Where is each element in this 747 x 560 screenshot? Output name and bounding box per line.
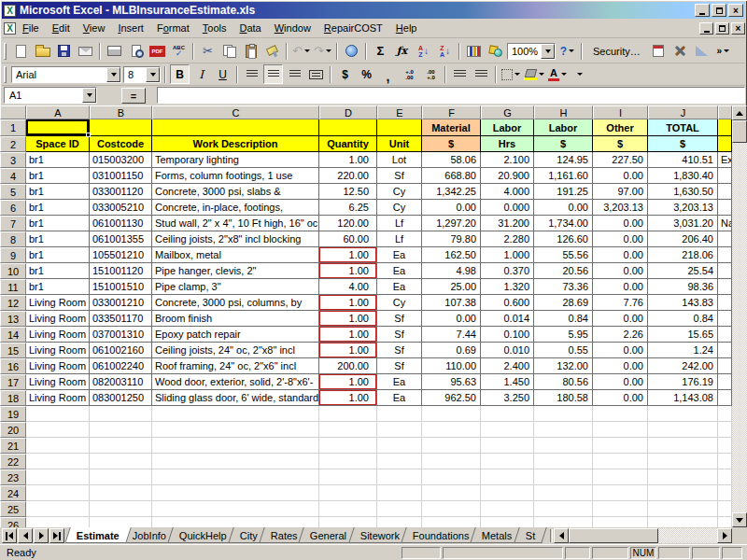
cell-D4[interactable]: 220.00 [319,168,377,184]
row-header-9[interactable]: 9 [0,247,26,263]
cell-C17[interactable]: Wood door, exterior, solid, 2'-8"x6'- [152,374,319,390]
cell-E23[interactable] [377,469,422,485]
cell-D19[interactable] [319,406,377,422]
toolbar-grip[interactable] [4,43,7,60]
cell-I24[interactable] [593,485,648,501]
cell-I23[interactable] [593,469,648,485]
cell-H4[interactable]: 1,161.60 [534,168,593,184]
font-size-select[interactable]: 8 [123,66,161,83]
tab-split-handle[interactable] [550,529,553,542]
cell-F14[interactable]: 7.44 [422,327,481,343]
cell-A20[interactable] [26,422,90,438]
cell-K24[interactable] [718,485,732,501]
redo-button[interactable]: ↷ [313,41,332,61]
cell-E24[interactable] [377,485,422,501]
tab-st[interactable]: St [514,527,547,543]
cell-H18[interactable]: 180.58 [534,390,593,406]
font-name-select[interactable]: Arial [11,66,121,83]
cell-K11[interactable] [718,279,732,295]
cell-G18[interactable]: 3.250 [481,390,534,406]
cell-H26[interactable] [534,517,593,527]
cell-K2[interactable] [718,136,732,152]
cell-G3[interactable]: 2.100 [481,152,534,168]
cell-I9[interactable]: 0.00 [593,247,648,263]
cell-H3[interactable]: 124.95 [534,152,593,168]
cell-H13[interactable]: 0.84 [534,311,593,327]
cell-E8[interactable]: Lf [377,231,422,247]
cell-F2[interactable]: $ [422,136,481,152]
cell-G15[interactable]: 0.010 [481,343,534,358]
row-header-6[interactable]: 6 [0,200,26,216]
drawing-button[interactable] [486,41,505,61]
cell-F26[interactable] [422,517,481,527]
cell-J16[interactable]: 242.00 [648,358,718,374]
cell-C2[interactable]: Work Description [152,136,319,152]
close-button[interactable]: × [728,4,743,17]
vertical-scroll-thumb[interactable] [732,120,747,143]
cell-D6[interactable]: 6.25 [319,200,377,216]
doc-minimize-button[interactable] [699,22,713,35]
undo-button[interactable]: ↶ [291,41,311,61]
cell-I10[interactable]: 0.00 [593,263,648,279]
row-header-10[interactable]: 10 [0,263,26,279]
cell-G16[interactable]: 2.400 [481,358,534,374]
cell-J2[interactable]: $ [648,136,718,152]
cell-D23[interactable] [319,469,377,485]
cell-J17[interactable]: 176.19 [648,374,718,390]
repaircost-tools-button[interactable] [670,41,690,61]
cell-J4[interactable]: 1,830.40 [648,168,718,184]
cell-G23[interactable] [481,469,534,485]
cell-F15[interactable]: 0.69 [422,343,481,358]
fill-handle[interactable] [86,133,91,137]
cell-H5[interactable]: 191.25 [534,184,593,200]
cell-B13[interactable]: 033501170 [90,311,152,327]
cell-B18[interactable]: 083001250 [90,390,152,406]
cell-H14[interactable]: 5.95 [534,327,593,343]
cell-K7[interactable]: Na [718,216,732,231]
cell-B2[interactable]: Costcode [90,136,152,152]
cell-B19[interactable] [90,406,152,422]
cell-E10[interactable]: Ea [377,263,422,279]
name-box-dropdown-icon[interactable] [82,88,96,103]
cell-E14[interactable]: Sf [377,327,422,343]
cell-J3[interactable]: 410.51 [648,152,718,168]
cell-A24[interactable] [26,485,90,501]
cell-E1[interactable] [377,119,422,136]
horizontal-scrollbar[interactable] [554,528,732,543]
borders-dropdown-icon[interactable] [514,73,520,76]
cell-I4[interactable]: 0.00 [593,168,648,184]
row-header-26[interactable]: 26 [0,517,26,527]
row-header-24[interactable]: 24 [0,485,26,501]
cell-B7[interactable]: 061001130 [90,216,152,231]
merge-center-button[interactable] [306,64,326,84]
increase-indent-button[interactable] [472,64,491,84]
cell-I20[interactable] [593,422,648,438]
copy-button[interactable] [219,41,239,61]
cell-D11[interactable]: 4.00 [319,279,377,295]
cell-F6[interactable]: 0.00 [422,200,481,216]
undo-dropdown-icon[interactable] [304,49,310,52]
repaircost-form-button[interactable] [649,41,669,61]
formula-input[interactable] [157,87,745,104]
cell-G21[interactable] [481,438,534,454]
last-sheet-button[interactable] [49,528,64,543]
cell-H7[interactable]: 1,734.00 [534,216,593,231]
cell-J26[interactable] [648,517,718,527]
menu-view[interactable]: View [77,20,112,36]
cell-B17[interactable]: 082003110 [90,374,152,390]
cell-F3[interactable]: 58.06 [422,152,481,168]
cell-I21[interactable] [593,438,648,454]
row-header-11[interactable]: 11 [0,279,26,295]
open-button[interactable] [33,41,52,61]
row-header-25[interactable]: 25 [0,501,26,517]
menu-help[interactable]: Help [389,20,424,36]
percent-button[interactable]: % [357,64,376,84]
row-header-2[interactable]: 2 [0,136,26,152]
cell-I1[interactable]: Other [593,119,648,136]
row-header-5[interactable]: 5 [0,184,26,200]
cell-E21[interactable] [377,438,422,454]
bold-button[interactable]: B [170,64,190,84]
row-header-13[interactable]: 13 [0,311,26,327]
cell-C1[interactable] [152,119,319,136]
cell-B20[interactable] [90,422,152,438]
